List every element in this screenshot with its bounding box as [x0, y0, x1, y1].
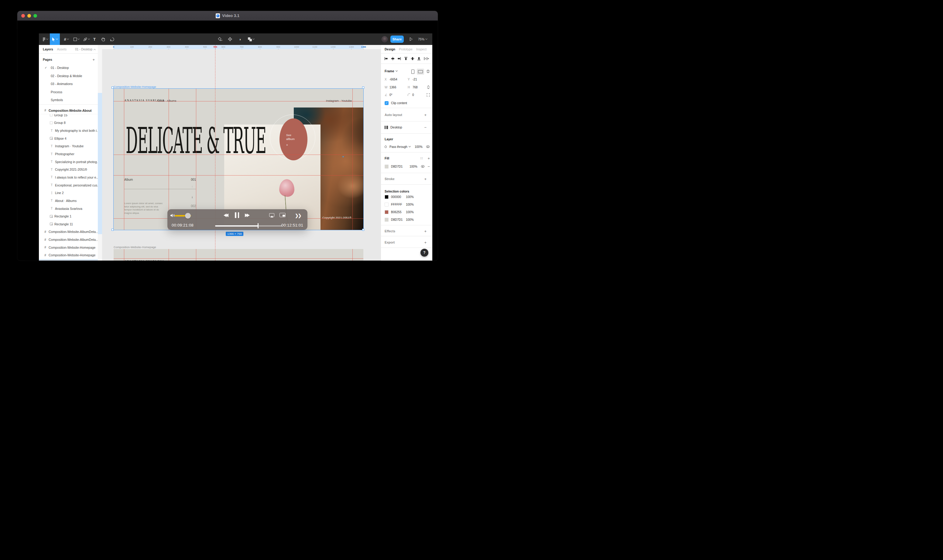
layer-row[interactable]: Rectangle 11 [39, 220, 98, 228]
edit-object-button[interactable]: ↩ [217, 34, 223, 45]
layer-row[interactable]: Composition-Website-AlbumDeta... [39, 236, 98, 243]
add-fill-button[interactable]: + [427, 156, 430, 161]
layer-row[interactable]: Anastasia Svarlova [39, 205, 98, 212]
layer-row[interactable]: I always look to reflect your e... [39, 174, 98, 181]
picture-in-picture-button[interactable] [279, 213, 285, 217]
text-tool-button[interactable]: T [92, 34, 97, 45]
inspector-tab[interactable]: Prototype [399, 48, 413, 51]
align-right-icon[interactable] [398, 57, 401, 60]
layer-row[interactable]: Composition-Website-AlbumDeta... [39, 228, 98, 236]
add-stroke-button[interactable]: + [424, 177, 427, 181]
layer-row[interactable]: Composition-Website-Homepage [39, 243, 98, 251]
inspector-tab[interactable]: Inspect [416, 48, 427, 51]
page-item[interactable]: Symbols [39, 96, 98, 104]
sidebar-item-composition-website-about[interactable]: Composition-Website-About [39, 107, 98, 114]
hand-tool-button[interactable] [100, 34, 106, 45]
color-swatch[interactable] [385, 210, 388, 214]
align-bottom-icon[interactable] [417, 57, 421, 60]
boolean-groups-button[interactable] [247, 34, 255, 45]
w-value[interactable]: 1366 [390, 86, 396, 89]
layer-row[interactable]: Exceptional, personalized cus... [39, 181, 98, 189]
clip-content-checkbox[interactable]: ✓ [385, 101, 388, 105]
horizontal-ruler[interactable]: 0100200300400500556600700800900100011001… [98, 45, 381, 49]
selection-handle-sw[interactable] [111, 229, 114, 231]
page-item[interactable]: Process [39, 88, 98, 96]
zoom-button[interactable] [34, 14, 37, 18]
align-horizontal-center-icon[interactable] [391, 57, 394, 60]
page-item[interactable]: 02 - Desktop & Mobile [39, 72, 98, 80]
use-as-mask-button[interactable]: ◑ [237, 34, 242, 45]
align-left-icon[interactable] [384, 57, 388, 60]
blend-mode-value[interactable]: Pass through [390, 145, 407, 149]
styles-icon[interactable]: ∷ [421, 156, 422, 160]
layer-row[interactable]: Group 8 [39, 119, 98, 127]
selection-color-row[interactable]: 000000 100% [381, 193, 432, 201]
frame-section-title[interactable]: Frame [385, 69, 394, 73]
airplay-button[interactable] [269, 213, 274, 217]
align-vertical-center-icon[interactable] [411, 57, 414, 60]
layer-row[interactable]: Composition-Website-Homepage [39, 251, 98, 259]
layer-row[interactable]: Ellipse 4 [39, 135, 98, 142]
add-page-button[interactable]: + [92, 57, 95, 62]
comment-tool-button[interactable] [109, 34, 116, 45]
volume-icon[interactable] [170, 213, 175, 218]
more-controls-button[interactable]: ❯❯ [295, 213, 301, 218]
x-value[interactable]: -6654 [390, 78, 398, 81]
fill-hex[interactable]: D8D7D1 [391, 165, 402, 168]
layer-row[interactable]: Line 2 [39, 189, 98, 197]
selection-color-row[interactable]: B06255 100% [381, 208, 432, 216]
rotation-value[interactable]: 0° [390, 93, 393, 97]
frame1-label[interactable]: Composition-Website-Homepage [114, 85, 156, 88]
color-swatch[interactable] [385, 195, 388, 199]
independent-corners-icon[interactable] [427, 93, 430, 97]
layer-row[interactable]: Specializing in portrait photog... [39, 158, 98, 166]
zoom-menu[interactable]: 75% [418, 34, 427, 45]
clip-content-row[interactable]: ✓ Clip content [385, 100, 430, 106]
design-frame-homepage[interactable]: DELICATE & TRUE See allbum + ANASTASIA S… [114, 89, 364, 230]
page-item[interactable]: 03 - Animations [39, 80, 98, 88]
layer-row[interactable]: Composition-Website-Homepage [39, 259, 98, 260]
frame-tool-button[interactable]: # [62, 34, 71, 45]
layout-grid-name[interactable]: Desktop [390, 125, 402, 129]
layer-row[interactable]: About · Albums [39, 197, 98, 205]
h-value[interactable]: 768 [413, 86, 418, 89]
volume-knob[interactable] [185, 213, 191, 218]
sidebar-tab[interactable]: Assets [57, 48, 67, 51]
remove-fill-button[interactable]: − [427, 164, 430, 169]
help-button[interactable]: ? [421, 249, 428, 257]
eye-icon[interactable] [426, 145, 430, 148]
shape-tool-button[interactable] [72, 34, 80, 45]
layer-row[interactable]: My photography is shot both i... [39, 127, 98, 135]
page-selector[interactable]: 01 - Desktop [75, 45, 96, 54]
present-button[interactable] [407, 34, 415, 45]
align-top-icon[interactable] [404, 57, 408, 60]
user-avatar[interactable] [382, 36, 388, 42]
color-swatch[interactable] [385, 218, 388, 222]
corner-radius-value[interactable]: 0 [412, 93, 414, 97]
figma-menu-button[interactable] [41, 34, 50, 45]
portrait-orientation-icon[interactable] [411, 69, 414, 74]
eye-icon[interactable] [421, 165, 424, 168]
add-export-button[interactable]: + [424, 240, 427, 245]
close-button[interactable] [21, 14, 25, 18]
y-value[interactable]: -21 [413, 78, 417, 81]
rewind-button[interactable] [223, 214, 228, 218]
design-frame-homepage-2[interactable]: ANASTASIA SVARLOVA About · Albums Instag… [114, 249, 364, 260]
fill-row[interactable]: D8D7D1 100% − [385, 163, 430, 169]
minimize-button[interactable] [27, 14, 31, 18]
move-tool-button[interactable] [50, 34, 60, 45]
page-item[interactable]: 01 - Desktop [39, 64, 98, 72]
playhead[interactable] [257, 223, 259, 228]
layer-row[interactable]: Copyright 2021-2051® [39, 166, 98, 174]
titlebar[interactable]: Video 3.1 [17, 11, 438, 21]
selection-color-row[interactable]: FFFFFF 100% [381, 201, 432, 208]
fill-swatch[interactable] [385, 165, 388, 169]
pause-button[interactable] [235, 212, 239, 218]
layer-row[interactable]: Photographer [39, 150, 98, 158]
video-area[interactable]: # T [17, 21, 438, 260]
selection-color-row[interactable]: D8D7D1 100% [381, 216, 432, 223]
layer-opacity[interactable]: 100% [415, 145, 422, 149]
landscape-orientation-icon[interactable] [418, 70, 423, 73]
constrain-proportions-icon[interactable] [427, 85, 430, 89]
sidebar-tab[interactable]: Layers [43, 48, 53, 51]
